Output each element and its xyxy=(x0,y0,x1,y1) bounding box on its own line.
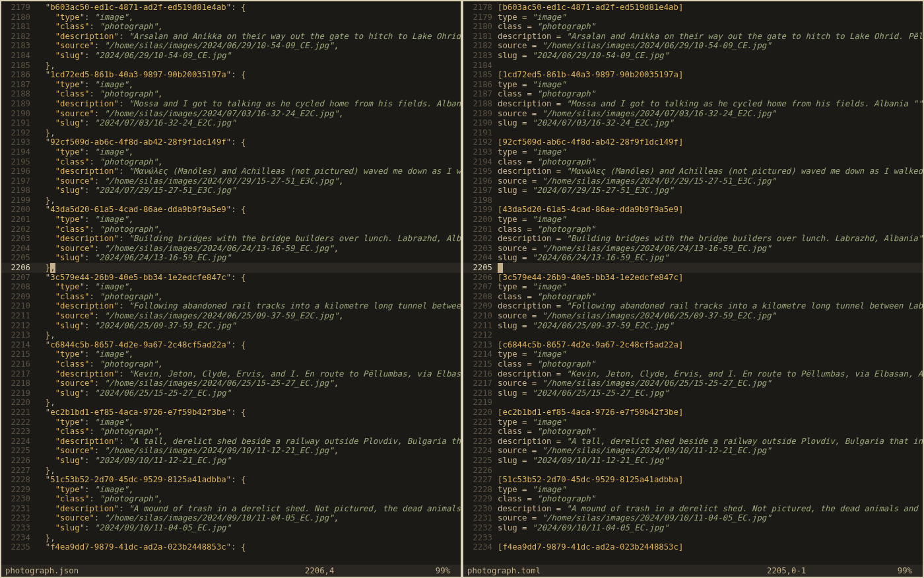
code-line[interactable]: 2226 xyxy=(463,466,923,476)
line-content[interactable] xyxy=(498,61,923,71)
code-line[interactable]: 2191 xyxy=(463,128,923,138)
right-code-area[interactable]: 2178[b603ac50-ed1c-4871-ad2f-ed519d81e4a… xyxy=(463,1,923,565)
code-line[interactable]: 2191 "slug": "2024/07/03/16-32-24_E2C.jp… xyxy=(1,118,461,128)
line-content[interactable]: type = "image" xyxy=(498,485,923,495)
line-content[interactable]: "type": "image", xyxy=(36,417,461,427)
code-line[interactable]: 2179 "b603ac50-ed1c-4871-ad2f-ed519d81e4… xyxy=(1,3,461,13)
code-line[interactable]: 2229 "type": "image", xyxy=(1,485,461,495)
code-line[interactable]: 2235 "f4ea9dd7-9879-41dc-ad2a-023b244885… xyxy=(1,542,461,552)
code-line[interactable]: 2205 "slug": "2024/06/24/13-16-59_EC.jpg… xyxy=(1,253,461,263)
line-content[interactable]: source = "/home/silas/images/2024/06/25/… xyxy=(498,379,923,388)
line-content[interactable]: "slug": "2024/06/25/09-37-59_E2C.jpg" xyxy=(36,321,461,331)
line-content[interactable]: class = "photograph" xyxy=(498,494,923,504)
code-line[interactable]: 2220[ec2b1bd1-ef85-4aca-9726-e7f59b42f3b… xyxy=(463,408,923,417)
code-line[interactable]: 2234 }, xyxy=(1,533,461,543)
line-content[interactable]: slug = "2024/09/10/11-04-05_EC.jpg" xyxy=(498,523,923,533)
code-line[interactable]: 2185 }, xyxy=(1,61,461,71)
code-line[interactable]: 2224 "description": "A tall, derelict sh… xyxy=(1,437,461,447)
line-content[interactable]: "51c53b52-2d70-45dc-9529-8125a41adbba": … xyxy=(36,475,461,485)
line-content[interactable]: "type": "image", xyxy=(36,13,461,22)
line-content[interactable]: "description": "Μανώλες (Manóles) and Ac… xyxy=(36,166,461,176)
line-content[interactable]: slug = "2024/06/29/10-54-09_CE.jpg" xyxy=(498,51,923,61)
code-line[interactable]: 2228type = "image" xyxy=(463,485,923,495)
code-line[interactable]: 2188description = "Mossa and I got to ta… xyxy=(463,99,923,109)
right-pane[interactable]: 2178[b603ac50-ed1c-4871-ad2f-ed519d81e4a… xyxy=(462,0,924,578)
line-content[interactable]: }, xyxy=(36,398,461,408)
code-line[interactable]: 2188 "class": "photograph", xyxy=(1,89,461,99)
code-line[interactable]: 2196source = "/home/silas/images/2024/07… xyxy=(463,176,923,186)
code-line[interactable]: 2218slug = "2024/06/25/15-25-27_EC.jpg" xyxy=(463,388,923,398)
code-line[interactable]: 2185[1cd72ed5-861b-40a3-9897-90b20035197… xyxy=(463,70,923,80)
line-content[interactable]: class = "photograph" xyxy=(498,157,923,167)
code-line[interactable]: 2204 "source": "/home/silas/images/2024/… xyxy=(1,244,461,254)
line-content[interactable]: "description": "A mound of trash in a de… xyxy=(36,504,461,514)
code-line[interactable]: 2229class = "photograph" xyxy=(463,494,923,504)
code-line[interactable]: 2217 "description": "Kevin, Jeton, Clyde… xyxy=(1,369,461,379)
line-content[interactable]: "slug": "2024/06/24/13-16-59_EC.jpg" xyxy=(36,253,461,263)
left-pane[interactable]: 2179 "b603ac50-ed1c-4871-ad2f-ed519d81e4… xyxy=(0,0,462,578)
code-line[interactable]: 2184 xyxy=(463,61,923,71)
line-content[interactable]: "source": "/home/silas/images/2024/06/25… xyxy=(36,311,461,321)
code-line[interactable]: 2212 xyxy=(463,330,923,340)
code-line[interactable]: 2181description = "Arsalan and Anikka on… xyxy=(463,32,923,42)
code-line[interactable]: 2213 }, xyxy=(1,330,461,340)
code-line[interactable]: 2230 "class": "photograph", xyxy=(1,494,461,504)
code-line[interactable]: 2223description = "A tall, derelict shed… xyxy=(463,437,923,447)
line-content[interactable]: "description": "Kevin, Jeton, Clyde, Erv… xyxy=(36,369,461,379)
line-content[interactable]: "description": "Following abandoned rail… xyxy=(36,301,461,311)
line-content[interactable]: "f4ea9dd7-9879-41dc-ad2a-023b2448853c": … xyxy=(36,542,461,552)
code-line[interactable]: 2218 "source": "/home/silas/images/2024/… xyxy=(1,379,461,388)
code-line[interactable]: 2201class = "photograph" xyxy=(463,225,923,235)
line-content[interactable]: "slug": "2024/09/10/11-12-21_EC.jpg" xyxy=(36,456,461,466)
line-content[interactable]: "class": "photograph", xyxy=(36,427,461,437)
code-line[interactable]: 2232 "source": "/home/silas/images/2024/… xyxy=(1,513,461,523)
line-content[interactable]: }, xyxy=(36,61,461,71)
code-line[interactable]: 2192 }, xyxy=(1,128,461,138)
line-content[interactable]: class = "photograph" xyxy=(498,359,923,369)
line-content[interactable] xyxy=(498,196,923,205)
line-content[interactable] xyxy=(498,263,923,273)
code-line[interactable]: 2199[43da5d20-61a5-4cad-86ae-dda9b9f9a5e… xyxy=(463,205,923,215)
line-content[interactable]: [f4ea9dd7-9879-41dc-ad2a-023b2448853c] xyxy=(498,542,923,552)
line-content[interactable]: }, xyxy=(36,263,461,273)
line-content[interactable]: type = "image" xyxy=(498,282,923,292)
code-line[interactable]: 2193type = "image" xyxy=(463,147,923,157)
line-content[interactable]: description = "Arsalan and Anikka on the… xyxy=(498,32,923,42)
code-line[interactable]: 2202 "class": "photograph", xyxy=(1,225,461,235)
line-content[interactable]: [3c579e44-26b9-40e5-bb34-1e2edcfe847c] xyxy=(498,273,923,283)
code-line[interactable]: 2210 "description": "Following abandoned… xyxy=(1,301,461,311)
code-line[interactable]: 2183slug = "2024/06/29/10-54-09_CE.jpg" xyxy=(463,51,923,61)
line-content[interactable]: "slug": "2024/06/25/15-25-27_EC.jpg" xyxy=(36,388,461,398)
line-content[interactable]: "slug": "2024/06/29/10-54-09_CE.jpg" xyxy=(36,51,461,61)
code-line[interactable]: 2186type = "image" xyxy=(463,80,923,90)
line-content[interactable]: description = "Μανώλες (Manóles) and Ach… xyxy=(498,166,923,176)
code-line[interactable]: 2228 "51c53b52-2d70-45dc-9529-8125a41adb… xyxy=(1,475,461,485)
code-line[interactable]: 2233 "slug": "2024/09/10/11-04-05_EC.jpg… xyxy=(1,523,461,533)
line-content[interactable]: "description": "Arsalan and Anikka on th… xyxy=(36,32,461,42)
code-line[interactable]: 2224source = "/home/silas/images/2024/09… xyxy=(463,446,923,456)
left-code-area[interactable]: 2179 "b603ac50-ed1c-4871-ad2f-ed519d81e4… xyxy=(1,1,461,565)
code-line[interactable]: 2186 "1cd72ed5-861b-40a3-9897-90b2003519… xyxy=(1,70,461,80)
line-content[interactable]: [43da5d20-61a5-4cad-86ae-dda9b9f9a5e9] xyxy=(498,205,923,215)
code-line[interactable]: 2190 "source": "/home/silas/images/2024/… xyxy=(1,109,461,119)
line-content[interactable] xyxy=(498,398,923,408)
code-line[interactable]: 2215 "type": "image", xyxy=(1,349,461,359)
line-content[interactable]: [ec2b1bd1-ef85-4aca-9726-e7f59b42f3be] xyxy=(498,408,923,417)
code-line[interactable]: 2217source = "/home/silas/images/2024/06… xyxy=(463,379,923,388)
line-content[interactable]: slug = "2024/09/10/11-12-21_EC.jpg" xyxy=(498,456,923,466)
code-line[interactable]: 2181 "class": "photograph", xyxy=(1,22,461,32)
line-content[interactable]: "source": "/home/silas/images/2024/09/10… xyxy=(36,513,461,523)
line-content[interactable]: "source": "/home/silas/images/2024/07/03… xyxy=(36,109,461,119)
code-line[interactable]: 2208class = "photograph" xyxy=(463,292,923,302)
line-content[interactable]: description = "A tall, derelict shed bes… xyxy=(498,437,923,447)
line-content[interactable]: "source": "/home/silas/images/2024/07/29… xyxy=(36,176,461,186)
line-content[interactable]: "description": "Building bridges with th… xyxy=(36,234,461,244)
line-content[interactable]: description = "Mossa and I got to talkin… xyxy=(498,99,923,109)
code-line[interactable]: 2216description = "Kevin, Jeton, Clyde, … xyxy=(463,369,923,379)
code-line[interactable]: 2220 }, xyxy=(1,398,461,408)
line-content[interactable]: }, xyxy=(36,196,461,205)
line-content[interactable]: description = "Following abandoned rail … xyxy=(498,301,923,311)
code-line[interactable]: 2209description = "Following abandoned r… xyxy=(463,301,923,311)
line-content[interactable]: type = "image" xyxy=(498,13,923,22)
code-line[interactable]: 2192[92cf509d-ab6c-4f8d-ab42-28f9f1dc149… xyxy=(463,137,923,147)
